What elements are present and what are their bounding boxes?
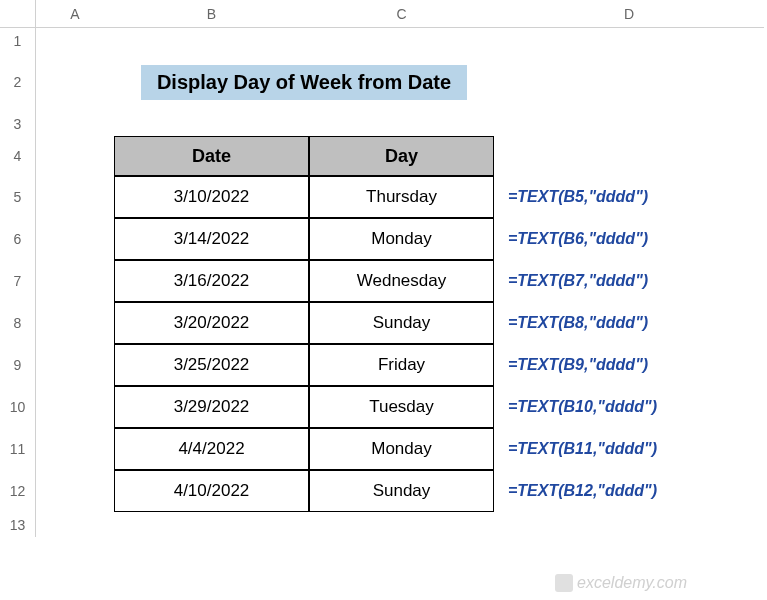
date-cell-2[interactable]: 3/16/2022 [114, 260, 309, 302]
day-cell-2[interactable]: Wednesday [309, 260, 494, 302]
cell-a3[interactable] [36, 111, 114, 136]
cell-d13[interactable] [494, 512, 764, 537]
date-cell-1[interactable]: 3/14/2022 [114, 218, 309, 260]
day-cell-0[interactable]: Thursday [309, 176, 494, 218]
cell-a8[interactable] [36, 302, 114, 344]
row-header-12[interactable]: 12 [0, 470, 36, 512]
date-cell-5[interactable]: 3/29/2022 [114, 386, 309, 428]
col-header-c[interactable]: C [309, 0, 494, 28]
formula-cell-2[interactable]: =TEXT(B7,"dddd") [494, 260, 764, 302]
formula-cell-6[interactable]: =TEXT(B11,"dddd") [494, 428, 764, 470]
row-header-7[interactable]: 7 [0, 260, 36, 302]
date-cell-7[interactable]: 4/10/2022 [114, 470, 309, 512]
formula-cell-0[interactable]: =TEXT(B5,"dddd") [494, 176, 764, 218]
day-cell-5[interactable]: Tuesday [309, 386, 494, 428]
header-day[interactable]: Day [309, 136, 494, 176]
cell-a11[interactable] [36, 428, 114, 470]
date-cell-6[interactable]: 4/4/2022 [114, 428, 309, 470]
day-cell-3[interactable]: Sunday [309, 302, 494, 344]
row-header-2[interactable]: 2 [0, 53, 36, 111]
cell-d3[interactable] [494, 111, 764, 136]
row-header-9[interactable]: 9 [0, 344, 36, 386]
cell-a1[interactable] [36, 28, 114, 53]
cell-a13[interactable] [36, 512, 114, 537]
row-header-5[interactable]: 5 [0, 176, 36, 218]
cell-d4[interactable] [494, 136, 764, 176]
row-header-1[interactable]: 1 [0, 28, 36, 53]
title-cell[interactable]: Display Day of Week from Date [114, 53, 494, 111]
cell-a12[interactable] [36, 470, 114, 512]
row-header-8[interactable]: 8 [0, 302, 36, 344]
formula-cell-3[interactable]: =TEXT(B8,"dddd") [494, 302, 764, 344]
watermark-text: exceldemy.com [577, 574, 687, 592]
watermark-icon [555, 574, 573, 592]
cell-d1[interactable] [494, 28, 764, 53]
cell-a7[interactable] [36, 260, 114, 302]
cell-b1[interactable] [114, 28, 309, 53]
header-date[interactable]: Date [114, 136, 309, 176]
col-header-b[interactable]: B [114, 0, 309, 28]
day-cell-6[interactable]: Monday [309, 428, 494, 470]
day-cell-1[interactable]: Monday [309, 218, 494, 260]
cell-a2[interactable] [36, 53, 114, 111]
watermark: exceldemy.com [555, 574, 687, 592]
date-cell-4[interactable]: 3/25/2022 [114, 344, 309, 386]
cell-a4[interactable] [36, 136, 114, 176]
row-header-3[interactable]: 3 [0, 111, 36, 136]
row-header-6[interactable]: 6 [0, 218, 36, 260]
formula-cell-7[interactable]: =TEXT(B12,"dddd") [494, 470, 764, 512]
formula-cell-4[interactable]: =TEXT(B9,"dddd") [494, 344, 764, 386]
col-header-a[interactable]: A [36, 0, 114, 28]
cell-d2[interactable] [494, 53, 764, 111]
cell-b3[interactable] [114, 111, 309, 136]
col-header-d[interactable]: D [494, 0, 764, 28]
cell-a10[interactable] [36, 386, 114, 428]
page-title: Display Day of Week from Date [141, 65, 467, 100]
cell-c1[interactable] [309, 28, 494, 53]
row-header-4[interactable]: 4 [0, 136, 36, 176]
cell-c13[interactable] [309, 512, 494, 537]
cell-b13[interactable] [114, 512, 309, 537]
spreadsheet-grid: A B C D 1 2 Display Day of Week from Dat… [0, 0, 767, 537]
corner-cell [0, 0, 36, 28]
row-header-11[interactable]: 11 [0, 428, 36, 470]
cell-a9[interactable] [36, 344, 114, 386]
day-cell-4[interactable]: Friday [309, 344, 494, 386]
formula-cell-5[interactable]: =TEXT(B10,"dddd") [494, 386, 764, 428]
formula-cell-1[interactable]: =TEXT(B6,"dddd") [494, 218, 764, 260]
date-cell-0[interactable]: 3/10/2022 [114, 176, 309, 218]
day-cell-7[interactable]: Sunday [309, 470, 494, 512]
date-cell-3[interactable]: 3/20/2022 [114, 302, 309, 344]
row-header-13[interactable]: 13 [0, 512, 36, 537]
cell-c3[interactable] [309, 111, 494, 136]
cell-a5[interactable] [36, 176, 114, 218]
cell-a6[interactable] [36, 218, 114, 260]
row-header-10[interactable]: 10 [0, 386, 36, 428]
